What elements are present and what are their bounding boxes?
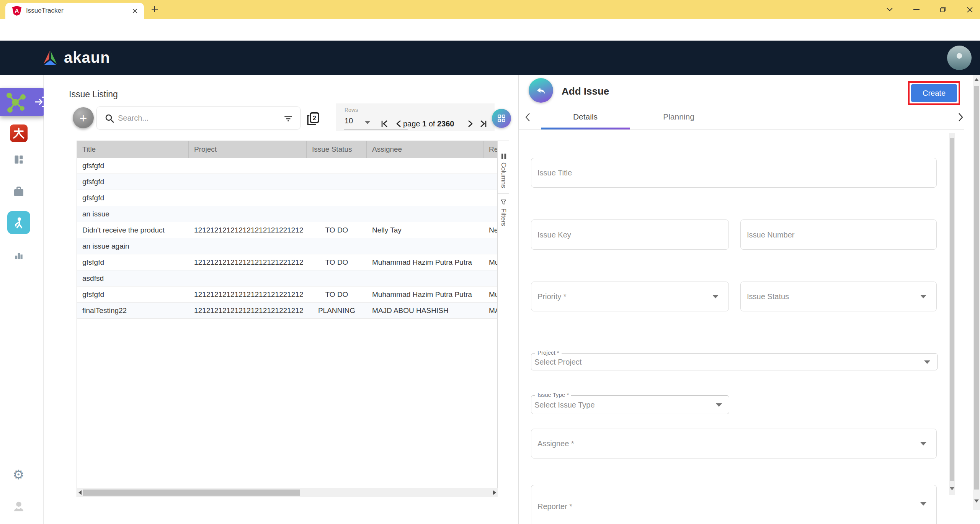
project-label: Project * [535, 349, 562, 356]
sidebar-item-briefcase[interactable] [12, 185, 26, 198]
tabs-scroll-left-icon[interactable] [523, 112, 532, 123]
search-icon [105, 113, 114, 123]
table-horizontal-scrollbar[interactable] [77, 488, 498, 497]
issues-table: Title Project Issue Status Assignee Re g… [77, 141, 509, 497]
cell-status [307, 174, 367, 190]
table-row[interactable]: gfsfgfd [77, 174, 498, 190]
molecule-icon [5, 91, 28, 113]
table-row[interactable]: gfsfgfd121212121212121212121221212TO DOM… [77, 254, 498, 270]
assignee-select[interactable]: Assignee * [531, 429, 937, 458]
column-header-assignee[interactable]: Assignee [367, 141, 483, 158]
project-select[interactable]: Project * Select Project [531, 353, 938, 370]
issue-type-select[interactable]: Issue Type * Select Issue Type [531, 395, 729, 414]
next-page-button[interactable] [465, 119, 475, 129]
cell-assignee [367, 270, 483, 287]
horizontal-scroll-thumb[interactable] [83, 490, 300, 496]
window-restore-icon[interactable] [938, 5, 948, 15]
da-character-icon [12, 127, 25, 140]
sidebar: ⚙ [0, 75, 44, 524]
cell-title: finalTesting22 [77, 303, 189, 319]
form-scroll-thumb[interactable] [950, 138, 954, 481]
cell-status: TO DO [307, 287, 367, 303]
table-row[interactable]: finalTesting2212121212121212121212122121… [77, 303, 498, 319]
rail-tab-filters[interactable]: Filters [500, 208, 507, 226]
table-row[interactable]: Didn't receive the product12121212121212… [77, 222, 498, 238]
cell-title: gfsfgfd [77, 254, 189, 270]
table-row[interactable]: an issue again [77, 238, 498, 254]
column-header-title[interactable]: Title [77, 141, 189, 158]
cell-status [307, 158, 367, 174]
issue-listing-panel: Issue Listing + 2 Row [44, 75, 518, 524]
assignee-placeholder: Assignee * [537, 439, 574, 448]
filter-list-icon[interactable] [283, 114, 293, 124]
sidebar-item-reports[interactable] [12, 248, 26, 262]
rows-per-page-value[interactable]: 10 [345, 116, 353, 125]
issue-title-field[interactable]: Issue Title [531, 158, 937, 188]
browser-tab[interactable]: A IssueTracker [5, 3, 144, 19]
search-input[interactable] [118, 107, 263, 129]
issue-type-label: Issue Type * [535, 391, 571, 398]
sidebar-settings-gear-icon[interactable]: ⚙ [13, 468, 24, 481]
cell-reporter: Mu [483, 254, 498, 270]
cell-reporter [483, 174, 498, 190]
grid-view-button[interactable] [492, 109, 511, 128]
page-total: 2360 [437, 120, 454, 128]
column-header-project[interactable]: Project [189, 141, 307, 158]
prev-page-button[interactable] [394, 119, 404, 129]
user-avatar[interactable] [947, 46, 972, 70]
last-page-button[interactable] [478, 119, 488, 129]
columns-icon[interactable] [500, 153, 506, 159]
window-chevron-icon[interactable] [885, 5, 895, 15]
table-row[interactable]: gfsfgfd121212121212121212121221212TO DOM… [77, 287, 498, 303]
column-header-reporter[interactable]: Re [483, 141, 498, 158]
of-word: of [429, 120, 435, 128]
scroll-left-arrow-icon[interactable] [78, 490, 82, 495]
tab-details[interactable]: Details [540, 112, 630, 121]
browser-tab-strip: A IssueTracker [0, 0, 980, 19]
page-scroll-down-icon[interactable] [974, 499, 979, 503]
sidebar-profile-icon[interactable] [12, 499, 26, 513]
tab-close-icon[interactable] [131, 7, 139, 15]
rows-caret-icon[interactable] [365, 121, 370, 124]
cell-status [307, 206, 367, 222]
issue-key-field[interactable]: Issue Key [531, 219, 729, 250]
page-scroll-thumb[interactable] [974, 86, 979, 490]
reporter-placeholder: Reporter * [537, 502, 572, 511]
window-close-icon[interactable] [965, 5, 975, 15]
first-page-button[interactable] [380, 119, 390, 129]
form-scroll-down-icon[interactable] [950, 487, 954, 490]
reporter-select[interactable]: Reporter * [531, 485, 937, 524]
create-button[interactable]: Create [911, 84, 957, 102]
window-minimize-icon[interactable] [911, 5, 921, 15]
tabs-scroll-right-icon[interactable] [956, 112, 965, 123]
cell-reporter [483, 190, 498, 206]
duplicate-view-icon[interactable]: 2 [306, 111, 320, 126]
table-row[interactable]: asdfsd [77, 270, 498, 287]
table-side-rail: Columns Filters [497, 141, 509, 497]
column-header-issue-status[interactable]: Issue Status [307, 141, 367, 158]
issue-status-select[interactable]: Issue Status [740, 282, 937, 311]
issue-title-placeholder: Issue Title [537, 169, 572, 177]
filters-funnel-icon[interactable] [500, 199, 506, 205]
page-scrollbar[interactable] [973, 75, 980, 510]
rail-tab-columns[interactable]: Columns [500, 162, 507, 188]
new-tab-button[interactable] [150, 5, 159, 14]
priority-select[interactable]: Priority * [531, 282, 729, 311]
table-row[interactable]: an issue [77, 206, 498, 222]
add-issue-plus-button[interactable]: + [73, 107, 94, 128]
form-scrollbar[interactable] [949, 133, 955, 495]
page-scroll-up-icon[interactable] [974, 78, 979, 81]
person-flow-icon [12, 216, 26, 229]
table-row[interactable]: gfsfgfd [77, 190, 498, 206]
tab-planning[interactable]: Planning [634, 112, 724, 121]
back-button[interactable] [529, 78, 553, 103]
issue-number-field[interactable]: Issue Number [740, 219, 937, 250]
akaun-triangle-icon [40, 48, 60, 67]
browser-toolbar: ← → ⟳ akaun.cloud/#/applets/akaun/issue-… [0, 19, 980, 41]
table-row[interactable]: gfsfgfd [77, 158, 498, 174]
sidebar-item-issue-tracker[interactable] [7, 211, 30, 234]
sidebar-item-bigledger[interactable] [10, 124, 28, 142]
scroll-right-arrow-icon[interactable] [493, 490, 496, 495]
rows-underline [344, 129, 408, 129]
sidebar-item-dashboard[interactable] [12, 153, 26, 167]
